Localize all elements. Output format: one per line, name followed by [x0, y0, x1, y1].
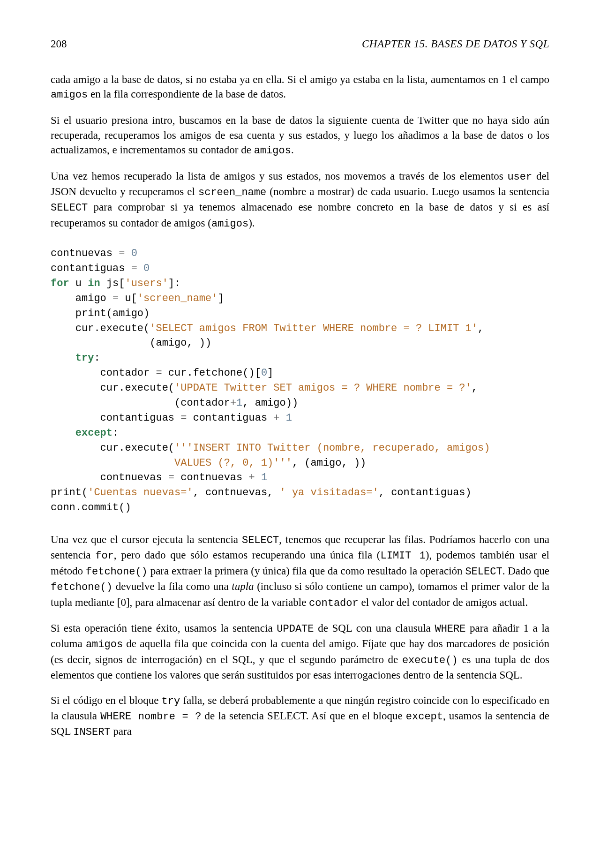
text: Si el usuario presiona intro, buscamos e…: [51, 114, 549, 156]
code-text: js[: [100, 278, 125, 289]
text: devuelve la fila como una: [112, 581, 232, 592]
text: de la setencia SELECT. Así que en el blo…: [201, 710, 405, 722]
code-op: =: [168, 472, 174, 483]
text: . Dado que: [502, 565, 549, 577]
code-string: 'screen_name': [137, 293, 218, 304]
code-text: [255, 472, 261, 483]
text: (nombre a mostrar) de cada usuario. Lueg…: [266, 186, 549, 197]
code-text: , contnuevas,: [193, 487, 280, 498]
code-op: =: [119, 248, 125, 259]
code-op: =: [156, 367, 162, 379]
code-op: =: [131, 263, 137, 274]
italic-term: tupla: [232, 581, 254, 592]
code-text: contantiguas: [51, 412, 180, 424]
text: Una vez que el cursor ejecuta la sentenc…: [51, 534, 242, 545]
text: ).: [248, 217, 255, 229]
text: para comprobar si ya tenemos almacenado …: [51, 201, 549, 228]
paragraph-5: Si esta operación tiene éxito, usamos la…: [51, 621, 549, 683]
code-string: VALUES (?, 0, 1)''': [51, 457, 292, 469]
paragraph-3: Una vez hemos recuperado la lista de ami…: [51, 169, 549, 231]
code-text: , (amigo, )): [292, 457, 366, 469]
code-inline: try: [162, 695, 180, 707]
code-inline: SELECT: [465, 566, 502, 578]
code-inline: UPDATE: [277, 623, 314, 635]
code-number: 0: [143, 263, 150, 274]
code-text: , contantiguas): [379, 487, 472, 498]
code-inline: amigos: [86, 639, 123, 650]
code-op: +: [230, 397, 236, 409]
code-string: 'SELECT amigos FROM Twitter WHERE nombre…: [150, 323, 478, 334]
code-text: u[: [119, 293, 137, 304]
code-inline: execute(): [402, 655, 458, 666]
code-string: ' ya visitadas=': [280, 487, 379, 498]
code-inline: screen_name: [198, 187, 266, 198]
code-number: 1: [236, 397, 242, 409]
code-keyword: except: [51, 427, 112, 439]
code-number: 0: [261, 367, 267, 379]
code-text: cur.fetchone()[: [162, 367, 261, 379]
code-number: 1: [261, 472, 267, 483]
text: Una vez hemos recuperado la lista de ami…: [51, 170, 507, 182]
code-text: (contador: [51, 397, 230, 409]
paragraph-4: Una vez que el cursor ejecuta la sentenc…: [51, 532, 549, 611]
text: , pero dado que sólo estamos recuperando…: [114, 549, 381, 561]
code-op: =: [112, 293, 119, 304]
text: el valor del contador de amigos actual.: [359, 596, 528, 608]
code-keyword: for: [51, 278, 69, 289]
code-inline: WHERE: [435, 623, 465, 635]
code-inline: INSERT: [73, 726, 110, 738]
code-number: 1: [286, 412, 292, 424]
code-inline: except: [406, 711, 443, 723]
code-text: ]:: [168, 278, 180, 289]
text: Si esta operación tiene éxito, usamos la…: [51, 622, 277, 634]
code-inline: fetchone(): [51, 581, 112, 593]
code-text: contnuevas: [51, 248, 119, 259]
code-text: contantiguas: [187, 412, 273, 424]
paragraph-6: Si el código en el bloque try falla, se …: [51, 693, 549, 740]
code-inline: amigos: [51, 89, 88, 101]
code-text: cur.execute(: [51, 442, 174, 454]
code-text: ,: [478, 323, 484, 334]
code-text: :: [112, 427, 119, 439]
code-op: +: [248, 472, 255, 483]
code-op: +: [273, 412, 279, 424]
code-inline: SELECT: [242, 535, 279, 546]
code-text: (amigo, )): [51, 337, 211, 349]
page-number: 208: [51, 37, 67, 52]
text: en la fila correspondiente de la base de…: [88, 88, 286, 100]
code-keyword: try: [51, 352, 94, 364]
code-block: contnuevas = 0 contantiguas = 0 for u in…: [51, 246, 549, 515]
code-inline: user: [507, 171, 532, 183]
code-text: contnuevas: [51, 472, 168, 483]
text: cada amigo a la base de datos, si no est…: [51, 74, 549, 85]
code-string: 'Cuentas nuevas=': [88, 487, 193, 498]
text: Si el código en el bloque: [51, 694, 162, 706]
code-text: contador: [51, 367, 156, 379]
paragraph-1: cada amigo a la base de datos, si no est…: [51, 72, 549, 103]
text: para extraer la primera (y única) fila q…: [148, 565, 465, 577]
code-text: u: [69, 278, 88, 289]
text: de SQL con una clausula: [314, 622, 435, 634]
code-text: conn.commit(): [51, 502, 131, 513]
code-string: '''INSERT INTO Twitter (nombre, recupera…: [174, 442, 490, 454]
code-text: amigo: [51, 293, 112, 304]
code-text: [280, 412, 286, 424]
code-text: print(: [51, 487, 88, 498]
chapter-title: CHAPTER 15. BASES DE DATOS Y SQL: [362, 37, 549, 52]
code-text: , amigo)): [242, 397, 298, 409]
code-inline: LIMIT 1: [381, 550, 426, 562]
paragraph-2: Si el usuario presiona intro, buscamos e…: [51, 113, 549, 159]
code-text: print(amigo): [51, 308, 150, 319]
code-text: [125, 248, 131, 259]
code-keyword: in: [88, 278, 100, 289]
code-text: [137, 263, 143, 274]
code-inline: amigos: [211, 218, 248, 230]
code-text: ]: [218, 293, 224, 304]
code-op: =: [180, 412, 187, 424]
code-inline: WHERE nombre = ?: [100, 711, 201, 723]
code-inline: SELECT: [51, 202, 88, 214]
code-string: 'UPDATE Twitter SET amigos = ? WHERE nom…: [174, 382, 472, 394]
code-text: ]: [267, 367, 273, 379]
text: .: [291, 144, 294, 156]
code-inline: amigos: [254, 145, 291, 157]
